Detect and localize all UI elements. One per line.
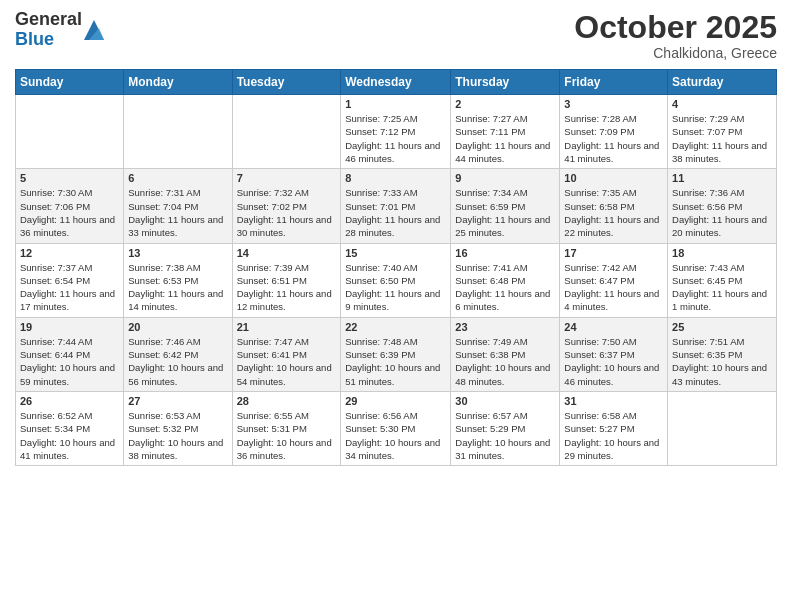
calendar-cell bbox=[668, 391, 777, 465]
calendar-cell: 5Sunrise: 7:30 AM Sunset: 7:06 PM Daylig… bbox=[16, 169, 124, 243]
header-thursday: Thursday bbox=[451, 70, 560, 95]
day-info: Sunrise: 6:52 AM Sunset: 5:34 PM Dayligh… bbox=[20, 409, 119, 462]
calendar-cell: 8Sunrise: 7:33 AM Sunset: 7:01 PM Daylig… bbox=[341, 169, 451, 243]
day-info: Sunrise: 7:40 AM Sunset: 6:50 PM Dayligh… bbox=[345, 261, 446, 314]
day-number: 23 bbox=[455, 321, 555, 333]
calendar-cell: 4Sunrise: 7:29 AM Sunset: 7:07 PM Daylig… bbox=[668, 95, 777, 169]
day-number: 14 bbox=[237, 247, 337, 259]
day-info: Sunrise: 7:51 AM Sunset: 6:35 PM Dayligh… bbox=[672, 335, 772, 388]
calendar-cell bbox=[232, 95, 341, 169]
header-wednesday: Wednesday bbox=[341, 70, 451, 95]
day-number: 18 bbox=[672, 247, 772, 259]
calendar-cell: 1Sunrise: 7:25 AM Sunset: 7:12 PM Daylig… bbox=[341, 95, 451, 169]
day-info: Sunrise: 7:37 AM Sunset: 6:54 PM Dayligh… bbox=[20, 261, 119, 314]
calendar-cell: 25Sunrise: 7:51 AM Sunset: 6:35 PM Dayli… bbox=[668, 317, 777, 391]
day-info: Sunrise: 7:30 AM Sunset: 7:06 PM Dayligh… bbox=[20, 186, 119, 239]
calendar-cell: 21Sunrise: 7:47 AM Sunset: 6:41 PM Dayli… bbox=[232, 317, 341, 391]
day-info: Sunrise: 7:36 AM Sunset: 6:56 PM Dayligh… bbox=[672, 186, 772, 239]
day-info: Sunrise: 7:48 AM Sunset: 6:39 PM Dayligh… bbox=[345, 335, 446, 388]
day-number: 16 bbox=[455, 247, 555, 259]
day-info: Sunrise: 6:57 AM Sunset: 5:29 PM Dayligh… bbox=[455, 409, 555, 462]
day-number: 3 bbox=[564, 98, 663, 110]
day-number: 10 bbox=[564, 172, 663, 184]
calendar-cell: 22Sunrise: 7:48 AM Sunset: 6:39 PM Dayli… bbox=[341, 317, 451, 391]
calendar-cell: 11Sunrise: 7:36 AM Sunset: 6:56 PM Dayli… bbox=[668, 169, 777, 243]
day-number: 2 bbox=[455, 98, 555, 110]
day-info: Sunrise: 7:47 AM Sunset: 6:41 PM Dayligh… bbox=[237, 335, 337, 388]
calendar-cell: 23Sunrise: 7:49 AM Sunset: 6:38 PM Dayli… bbox=[451, 317, 560, 391]
calendar-cell: 10Sunrise: 7:35 AM Sunset: 6:58 PM Dayli… bbox=[560, 169, 668, 243]
day-number: 19 bbox=[20, 321, 119, 333]
calendar-cell bbox=[16, 95, 124, 169]
calendar-cell: 31Sunrise: 6:58 AM Sunset: 5:27 PM Dayli… bbox=[560, 391, 668, 465]
day-info: Sunrise: 7:28 AM Sunset: 7:09 PM Dayligh… bbox=[564, 112, 663, 165]
calendar-cell: 15Sunrise: 7:40 AM Sunset: 6:50 PM Dayli… bbox=[341, 243, 451, 317]
calendar-cell: 28Sunrise: 6:55 AM Sunset: 5:31 PM Dayli… bbox=[232, 391, 341, 465]
day-info: Sunrise: 6:56 AM Sunset: 5:30 PM Dayligh… bbox=[345, 409, 446, 462]
week-row-3: 12Sunrise: 7:37 AM Sunset: 6:54 PM Dayli… bbox=[16, 243, 777, 317]
header: General Blue October 2025 Chalkidona, Gr… bbox=[15, 10, 777, 61]
day-info: Sunrise: 7:32 AM Sunset: 7:02 PM Dayligh… bbox=[237, 186, 337, 239]
day-number: 8 bbox=[345, 172, 446, 184]
day-info: Sunrise: 7:29 AM Sunset: 7:07 PM Dayligh… bbox=[672, 112, 772, 165]
calendar-cell: 29Sunrise: 6:56 AM Sunset: 5:30 PM Dayli… bbox=[341, 391, 451, 465]
day-number: 25 bbox=[672, 321, 772, 333]
day-info: Sunrise: 7:34 AM Sunset: 6:59 PM Dayligh… bbox=[455, 186, 555, 239]
page: General Blue October 2025 Chalkidona, Gr… bbox=[0, 0, 792, 612]
day-info: Sunrise: 7:49 AM Sunset: 6:38 PM Dayligh… bbox=[455, 335, 555, 388]
day-info: Sunrise: 7:25 AM Sunset: 7:12 PM Dayligh… bbox=[345, 112, 446, 165]
header-sunday: Sunday bbox=[16, 70, 124, 95]
day-number: 4 bbox=[672, 98, 772, 110]
day-number: 24 bbox=[564, 321, 663, 333]
day-number: 20 bbox=[128, 321, 227, 333]
day-info: Sunrise: 7:31 AM Sunset: 7:04 PM Dayligh… bbox=[128, 186, 227, 239]
day-number: 9 bbox=[455, 172, 555, 184]
day-number: 17 bbox=[564, 247, 663, 259]
day-number: 21 bbox=[237, 321, 337, 333]
day-number: 22 bbox=[345, 321, 446, 333]
location-subtitle: Chalkidona, Greece bbox=[574, 45, 777, 61]
day-info: Sunrise: 7:33 AM Sunset: 7:01 PM Dayligh… bbox=[345, 186, 446, 239]
day-info: Sunrise: 7:44 AM Sunset: 6:44 PM Dayligh… bbox=[20, 335, 119, 388]
day-number: 12 bbox=[20, 247, 119, 259]
day-info: Sunrise: 7:39 AM Sunset: 6:51 PM Dayligh… bbox=[237, 261, 337, 314]
header-monday: Monday bbox=[124, 70, 232, 95]
calendar-cell: 9Sunrise: 7:34 AM Sunset: 6:59 PM Daylig… bbox=[451, 169, 560, 243]
day-number: 7 bbox=[237, 172, 337, 184]
header-tuesday: Tuesday bbox=[232, 70, 341, 95]
day-info: Sunrise: 6:53 AM Sunset: 5:32 PM Dayligh… bbox=[128, 409, 227, 462]
title-block: October 2025 Chalkidona, Greece bbox=[574, 10, 777, 61]
day-number: 29 bbox=[345, 395, 446, 407]
week-row-1: 1Sunrise: 7:25 AM Sunset: 7:12 PM Daylig… bbox=[16, 95, 777, 169]
day-number: 15 bbox=[345, 247, 446, 259]
day-info: Sunrise: 7:35 AM Sunset: 6:58 PM Dayligh… bbox=[564, 186, 663, 239]
logo-icon bbox=[84, 20, 104, 40]
day-number: 5 bbox=[20, 172, 119, 184]
calendar-cell: 13Sunrise: 7:38 AM Sunset: 6:53 PM Dayli… bbox=[124, 243, 232, 317]
week-row-5: 26Sunrise: 6:52 AM Sunset: 5:34 PM Dayli… bbox=[16, 391, 777, 465]
calendar-cell: 16Sunrise: 7:41 AM Sunset: 6:48 PM Dayli… bbox=[451, 243, 560, 317]
day-info: Sunrise: 6:55 AM Sunset: 5:31 PM Dayligh… bbox=[237, 409, 337, 462]
day-number: 26 bbox=[20, 395, 119, 407]
calendar-cell: 17Sunrise: 7:42 AM Sunset: 6:47 PM Dayli… bbox=[560, 243, 668, 317]
weekday-header-row: Sunday Monday Tuesday Wednesday Thursday… bbox=[16, 70, 777, 95]
calendar-cell: 14Sunrise: 7:39 AM Sunset: 6:51 PM Dayli… bbox=[232, 243, 341, 317]
logo-blue-text: Blue bbox=[15, 30, 82, 50]
calendar-cell: 18Sunrise: 7:43 AM Sunset: 6:45 PM Dayli… bbox=[668, 243, 777, 317]
calendar-cell: 30Sunrise: 6:57 AM Sunset: 5:29 PM Dayli… bbox=[451, 391, 560, 465]
day-info: Sunrise: 7:38 AM Sunset: 6:53 PM Dayligh… bbox=[128, 261, 227, 314]
day-number: 30 bbox=[455, 395, 555, 407]
day-info: Sunrise: 7:46 AM Sunset: 6:42 PM Dayligh… bbox=[128, 335, 227, 388]
logo: General Blue bbox=[15, 10, 104, 50]
calendar-cell bbox=[124, 95, 232, 169]
day-number: 13 bbox=[128, 247, 227, 259]
calendar-table: Sunday Monday Tuesday Wednesday Thursday… bbox=[15, 69, 777, 466]
day-number: 27 bbox=[128, 395, 227, 407]
day-number: 28 bbox=[237, 395, 337, 407]
week-row-4: 19Sunrise: 7:44 AM Sunset: 6:44 PM Dayli… bbox=[16, 317, 777, 391]
calendar-cell: 2Sunrise: 7:27 AM Sunset: 7:11 PM Daylig… bbox=[451, 95, 560, 169]
logo-general-text: General bbox=[15, 10, 82, 30]
month-title: October 2025 bbox=[574, 10, 777, 45]
day-info: Sunrise: 7:43 AM Sunset: 6:45 PM Dayligh… bbox=[672, 261, 772, 314]
calendar-cell: 20Sunrise: 7:46 AM Sunset: 6:42 PM Dayli… bbox=[124, 317, 232, 391]
